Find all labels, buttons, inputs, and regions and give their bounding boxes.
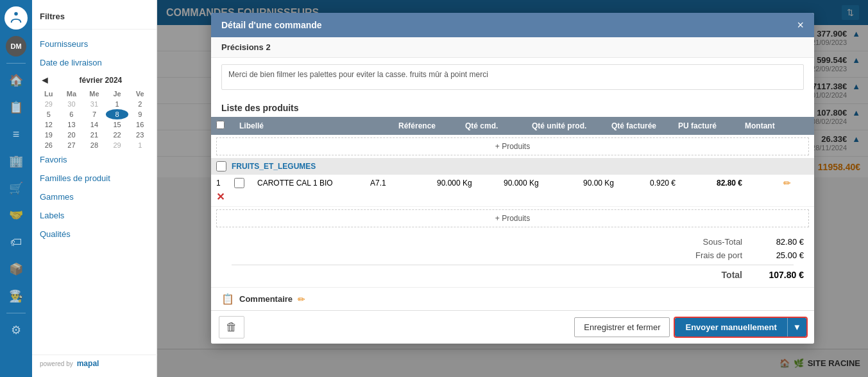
cal-week-1: 29 30 31 1 2	[37, 99, 151, 109]
cal-cell[interactable]: 16	[128, 119, 151, 130]
product-qte-unite: 90.000 Kg	[504, 179, 581, 188]
modal-body: Précisions 2 Merci de bien filmer les pa…	[211, 37, 814, 310]
sidebar-item-gammes[interactable]: Gammes	[32, 188, 157, 206]
product-qte-facturee: 90.00 Kg	[583, 179, 647, 188]
cal-prev-arrow[interactable]: ◄	[40, 75, 50, 86]
grand-total-row: Total 107.80 €	[221, 268, 804, 282]
total-value: 107.80 €	[753, 270, 804, 280]
brand-logo: mapal	[77, 359, 99, 368]
th-qte-cmd: Qté cmd.	[465, 121, 529, 130]
cal-cell[interactable]: 1	[106, 99, 129, 109]
building-nav-icon[interactable]: 🏢	[6, 151, 26, 171]
cal-cell[interactable]: 27	[60, 140, 83, 150]
cal-cell[interactable]: 31	[83, 99, 106, 109]
category-name[interactable]: FRUITS_ET_LEGUMES	[232, 162, 316, 171]
cal-cell[interactable]: 29	[106, 140, 129, 150]
th-checkbox	[216, 121, 237, 131]
cal-cell[interactable]: 19	[37, 130, 60, 140]
send-group: Envoyer manuellement ▼	[675, 318, 806, 337]
sidebar-item-qualites[interactable]: Qualités	[32, 225, 157, 243]
cal-cell[interactable]: 30	[60, 99, 83, 109]
comment-edit-icon[interactable]: ✏	[298, 294, 305, 304]
modal-header: Détail d'une commande ×	[211, 13, 814, 37]
cal-cell[interactable]: 29	[37, 99, 60, 109]
cal-cell-today[interactable]: 8	[106, 109, 129, 119]
precisions-count: 2	[266, 42, 270, 52]
cal-day-ve: Ve	[128, 89, 151, 99]
product-delete-icon[interactable]: ✕	[216, 191, 232, 203]
cal-day-ma: Ma	[60, 89, 83, 99]
package-nav-icon[interactable]: 📦	[6, 259, 26, 279]
main-content: COMMANDES FOURNISSEURS ⇅ 377.90€ 📄 21/09…	[157, 0, 868, 377]
user-avatar[interactable]: DM	[6, 36, 26, 57]
th-pu-facture: PU facturé	[678, 121, 742, 130]
cal-week-4: 19 20 21 22 23	[37, 130, 151, 140]
cal-cell[interactable]: 14	[83, 119, 106, 130]
totals-section: Sous-Total 82.80 € Frais de port 25.00 €…	[211, 230, 814, 287]
cal-cell[interactable]: 5	[37, 109, 60, 119]
product-checkbox[interactable]	[234, 178, 244, 188]
cal-cell[interactable]: 23	[128, 130, 151, 140]
sous-total-row: Sous-Total 82.80 €	[221, 235, 804, 249]
cart-nav-icon[interactable]: 🛒	[6, 178, 26, 198]
cal-cell[interactable]: 9	[128, 109, 151, 119]
delete-button[interactable]: 🗑	[219, 316, 244, 338]
sidebar-item-fournisseurs[interactable]: Fournisseurs	[32, 35, 157, 53]
select-all-checkbox[interactable]	[216, 121, 225, 129]
precisions-title: Précisions 2	[221, 42, 271, 52]
add-product-row-bottom[interactable]: + Produits	[216, 209, 809, 227]
left-nav: DM 🏠 📋 ≡ 🏢 🛒 🤝 🏷 📦 👨‍🍳 ⚙	[0, 0, 32, 377]
sidebar-item-labels[interactable]: Labels	[32, 206, 157, 225]
modal-close-button[interactable]: ×	[797, 19, 804, 31]
precisions-text: Merci de bien filmer les palettes pour e…	[221, 64, 804, 90]
frais-port-label: Frais de port	[695, 250, 742, 260]
category-checkbox[interactable]	[216, 161, 226, 171]
cal-day-lu: Lu	[37, 89, 60, 99]
category-row: FRUITS_ET_LEGUMES	[211, 158, 814, 175]
total-label: Total	[722, 270, 742, 280]
comment-label: Commentaire	[239, 294, 293, 304]
products-section-title: Liste des produits	[211, 96, 814, 117]
product-montant: 82.80 €	[717, 179, 781, 188]
sidebar: Filtres Fournisseurs Date de livraison ◄…	[32, 0, 157, 377]
sidebar-item-date-livraison[interactable]: Date de livraison	[32, 53, 157, 72]
cal-cell[interactable]: 13	[60, 119, 83, 130]
cal-cell[interactable]: 15	[106, 119, 129, 130]
sidebar-item-favoris[interactable]: Favoris	[32, 150, 157, 169]
app-logo[interactable]	[4, 6, 28, 30]
settings-nav-icon[interactable]: ⚙	[6, 320, 26, 340]
send-dropdown-button[interactable]: ▼	[787, 318, 806, 337]
nav-divider-2	[6, 313, 26, 313]
cal-cell[interactable]: 1	[128, 140, 151, 150]
app-container: DM 🏠 📋 ≡ 🏢 🛒 🤝 🏷 📦 👨‍🍳 ⚙ Filtres Fournis…	[0, 0, 868, 377]
save-close-button[interactable]: Enregistrer et fermer	[574, 317, 670, 337]
add-product-row-top[interactable]: + Produits	[216, 137, 809, 155]
cal-cell[interactable]: 26	[37, 140, 60, 150]
cal-cell[interactable]: 22	[106, 130, 129, 140]
cal-cell[interactable]: 2	[128, 99, 151, 109]
cal-cell[interactable]: 20	[60, 130, 83, 140]
chef-nav-icon[interactable]: 👨‍🍳	[6, 286, 26, 306]
sous-total-value: 82.80 €	[753, 237, 804, 247]
list-nav-icon[interactable]: ≡	[6, 124, 26, 145]
footer-right: Enregistrer et fermer Envoyer manuelleme…	[574, 317, 806, 337]
modal-overlay: Détail d'une commande × Précisions 2 Mer…	[157, 0, 868, 377]
home-nav-icon[interactable]: 🏠	[6, 70, 26, 91]
powered-by: powered by mapal	[40, 359, 149, 368]
product-qte-cmd: 90.000 Kg	[437, 179, 501, 188]
orders-nav-icon[interactable]: 📋	[6, 97, 26, 118]
cal-cell[interactable]: 28	[83, 140, 106, 150]
product-reference: A7.1	[370, 179, 434, 188]
product-pu-facture: 0.920 €	[650, 179, 714, 188]
cal-cell[interactable]: 21	[83, 130, 106, 140]
cal-cell[interactable]: 6	[60, 109, 83, 119]
handshake-nav-icon[interactable]: 🤝	[6, 205, 26, 225]
cal-cell[interactable]: 7	[83, 109, 106, 119]
sidebar-item-familles[interactable]: Familles de produit	[32, 169, 157, 188]
send-manually-button[interactable]: Envoyer manuellement	[675, 318, 787, 337]
product-edit-icon[interactable]: ✏	[783, 178, 809, 188]
cal-day-je: Je	[106, 89, 129, 99]
comment-section: 📋 Commentaire ✏	[211, 287, 814, 310]
cal-cell[interactable]: 12	[37, 119, 60, 130]
tag-nav-icon[interactable]: 🏷	[6, 232, 26, 252]
